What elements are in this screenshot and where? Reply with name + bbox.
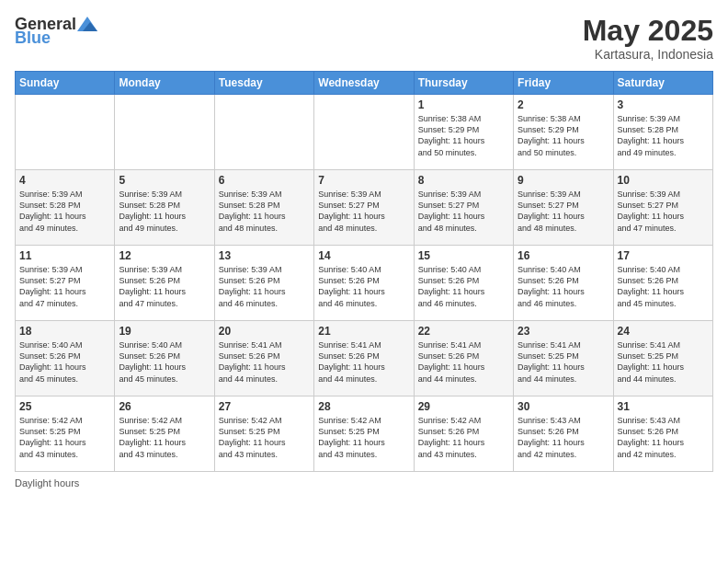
day-number: 13 <box>219 249 310 262</box>
day-info: Sunrise: 5:41 AM Sunset: 5:25 PM Dayligh… <box>518 339 609 385</box>
day-info: Sunrise: 5:39 AM Sunset: 5:26 PM Dayligh… <box>219 264 310 309</box>
day-info: Sunrise: 5:41 AM Sunset: 5:26 PM Dayligh… <box>219 339 310 385</box>
calendar-day-cell: 16Sunrise: 5:40 AM Sunset: 5:26 PM Dayli… <box>514 246 613 321</box>
calendar-day-cell: 26Sunrise: 5:42 AM Sunset: 5:25 PM Dayli… <box>115 396 214 472</box>
day-number: 2 <box>518 98 609 111</box>
calendar-day-cell: 7Sunrise: 5:39 AM Sunset: 5:27 PM Daylig… <box>314 170 414 246</box>
day-info: Sunrise: 5:39 AM Sunset: 5:27 PM Dayligh… <box>19 264 110 309</box>
day-of-week-header: Thursday <box>414 72 513 95</box>
calendar-week-row: 18Sunrise: 5:40 AM Sunset: 5:26 PM Dayli… <box>16 321 713 396</box>
calendar-day-cell: 1Sunrise: 5:38 AM Sunset: 5:29 PM Daylig… <box>414 95 513 170</box>
day-info: Sunrise: 5:40 AM Sunset: 5:26 PM Dayligh… <box>618 264 709 309</box>
day-info: Sunrise: 5:42 AM Sunset: 5:26 PM Dayligh… <box>418 415 509 460</box>
day-number: 17 <box>618 249 709 262</box>
day-info: Sunrise: 5:41 AM Sunset: 5:25 PM Dayligh… <box>618 339 709 385</box>
calendar-day-cell: 20Sunrise: 5:41 AM Sunset: 5:26 PM Dayli… <box>214 321 313 396</box>
day-info: Sunrise: 5:40 AM Sunset: 5:26 PM Dayligh… <box>418 264 509 309</box>
day-number: 28 <box>318 400 409 413</box>
day-number: 19 <box>119 325 210 338</box>
calendar-day-cell: 31Sunrise: 5:43 AM Sunset: 5:26 PM Dayli… <box>613 396 712 472</box>
day-of-week-header: Monday <box>115 72 214 95</box>
calendar-day-cell: 17Sunrise: 5:40 AM Sunset: 5:26 PM Dayli… <box>613 246 712 321</box>
subtitle: Kartasura, Indonesia <box>583 47 713 62</box>
day-number: 23 <box>518 325 609 338</box>
calendar-day-cell: 30Sunrise: 5:43 AM Sunset: 5:26 PM Dayli… <box>514 396 613 472</box>
day-number: 15 <box>418 249 509 262</box>
calendar-day-cell: 11Sunrise: 5:39 AM Sunset: 5:27 PM Dayli… <box>16 246 115 321</box>
calendar-day-cell: 8Sunrise: 5:39 AM Sunset: 5:27 PM Daylig… <box>414 170 513 246</box>
calendar-day-cell: 23Sunrise: 5:41 AM Sunset: 5:25 PM Dayli… <box>514 321 613 396</box>
calendar-day-cell: 5Sunrise: 5:39 AM Sunset: 5:28 PM Daylig… <box>115 170 214 246</box>
day-info: Sunrise: 5:38 AM Sunset: 5:29 PM Dayligh… <box>418 113 509 158</box>
day-info: Sunrise: 5:39 AM Sunset: 5:27 PM Dayligh… <box>418 189 509 234</box>
calendar-day-cell: 25Sunrise: 5:42 AM Sunset: 5:25 PM Dayli… <box>16 396 115 472</box>
calendar-day-cell: 15Sunrise: 5:40 AM Sunset: 5:26 PM Dayli… <box>414 246 513 321</box>
logo-blue: Blue <box>15 29 51 48</box>
day-number: 24 <box>618 325 709 338</box>
day-number: 8 <box>418 174 509 187</box>
day-number: 16 <box>518 249 609 262</box>
calendar-day-cell: 29Sunrise: 5:42 AM Sunset: 5:26 PM Dayli… <box>414 396 513 472</box>
day-of-week-header: Sunday <box>16 72 115 95</box>
month-title: May 2025 <box>583 15 713 47</box>
day-of-week-header: Wednesday <box>314 72 414 95</box>
day-info: Sunrise: 5:40 AM Sunset: 5:26 PM Dayligh… <box>318 264 409 309</box>
day-info: Sunrise: 5:39 AM Sunset: 5:28 PM Dayligh… <box>219 189 310 234</box>
calendar-day-cell: 6Sunrise: 5:39 AM Sunset: 5:28 PM Daylig… <box>214 170 313 246</box>
day-number: 12 <box>119 249 210 262</box>
header: General Blue May 2025 Kartasura, Indones… <box>15 15 713 62</box>
calendar-header-row: SundayMondayTuesdayWednesdayThursdayFrid… <box>16 72 713 95</box>
calendar-week-row: 11Sunrise: 5:39 AM Sunset: 5:27 PM Dayli… <box>16 246 713 321</box>
day-info: Sunrise: 5:43 AM Sunset: 5:26 PM Dayligh… <box>618 415 709 460</box>
day-info: Sunrise: 5:41 AM Sunset: 5:26 PM Dayligh… <box>418 339 509 385</box>
day-number: 21 <box>318 325 409 338</box>
page: General Blue May 2025 Kartasura, Indones… <box>0 0 728 563</box>
day-number: 1 <box>418 98 509 111</box>
day-info: Sunrise: 5:42 AM Sunset: 5:25 PM Dayligh… <box>119 415 210 460</box>
day-info: Sunrise: 5:38 AM Sunset: 5:29 PM Dayligh… <box>518 113 609 158</box>
day-info: Sunrise: 5:42 AM Sunset: 5:25 PM Dayligh… <box>19 415 110 460</box>
day-number: 4 <box>19 174 110 187</box>
day-number: 9 <box>518 174 609 187</box>
calendar-week-row: 4Sunrise: 5:39 AM Sunset: 5:28 PM Daylig… <box>16 170 713 246</box>
day-number: 25 <box>19 400 110 413</box>
calendar-day-cell: 21Sunrise: 5:41 AM Sunset: 5:26 PM Dayli… <box>314 321 414 396</box>
calendar-day-cell: 27Sunrise: 5:42 AM Sunset: 5:25 PM Dayli… <box>214 396 313 472</box>
calendar-day-cell: 24Sunrise: 5:41 AM Sunset: 5:25 PM Dayli… <box>613 321 712 396</box>
calendar-day-cell: 4Sunrise: 5:39 AM Sunset: 5:28 PM Daylig… <box>16 170 115 246</box>
day-info: Sunrise: 5:39 AM Sunset: 5:28 PM Dayligh… <box>119 189 210 234</box>
footer: Daylight hours <box>15 477 713 488</box>
calendar-day-cell: 28Sunrise: 5:42 AM Sunset: 5:25 PM Dayli… <box>314 396 414 472</box>
day-info: Sunrise: 5:39 AM Sunset: 5:28 PM Dayligh… <box>19 189 110 234</box>
calendar-day-cell <box>214 95 313 170</box>
day-number: 3 <box>618 98 709 111</box>
logo-icon <box>77 15 97 33</box>
day-info: Sunrise: 5:43 AM Sunset: 5:26 PM Dayligh… <box>518 415 609 460</box>
day-info: Sunrise: 5:42 AM Sunset: 5:25 PM Dayligh… <box>318 415 409 460</box>
day-of-week-header: Friday <box>514 72 613 95</box>
calendar-day-cell <box>314 95 414 170</box>
calendar-week-row: 25Sunrise: 5:42 AM Sunset: 5:25 PM Dayli… <box>16 396 713 472</box>
day-info: Sunrise: 5:40 AM Sunset: 5:26 PM Dayligh… <box>119 339 210 385</box>
day-info: Sunrise: 5:41 AM Sunset: 5:26 PM Dayligh… <box>318 339 409 385</box>
day-of-week-header: Saturday <box>613 72 712 95</box>
day-number: 29 <box>418 400 509 413</box>
day-number: 30 <box>518 400 609 413</box>
day-info: Sunrise: 5:39 AM Sunset: 5:26 PM Dayligh… <box>119 264 210 309</box>
day-number: 11 <box>19 249 110 262</box>
calendar: SundayMondayTuesdayWednesdayThursdayFrid… <box>15 71 713 472</box>
day-info: Sunrise: 5:39 AM Sunset: 5:27 PM Dayligh… <box>318 189 409 234</box>
calendar-day-cell: 14Sunrise: 5:40 AM Sunset: 5:26 PM Dayli… <box>314 246 414 321</box>
logo: General Blue <box>15 15 97 48</box>
day-number: 7 <box>318 174 409 187</box>
day-info: Sunrise: 5:39 AM Sunset: 5:27 PM Dayligh… <box>518 189 609 234</box>
calendar-day-cell: 2Sunrise: 5:38 AM Sunset: 5:29 PM Daylig… <box>514 95 613 170</box>
calendar-day-cell: 3Sunrise: 5:39 AM Sunset: 5:28 PM Daylig… <box>613 95 712 170</box>
day-number: 27 <box>219 400 310 413</box>
day-number: 6 <box>219 174 310 187</box>
day-info: Sunrise: 5:39 AM Sunset: 5:28 PM Dayligh… <box>618 113 709 158</box>
daylight-hours-label: Daylight hours <box>15 477 79 488</box>
calendar-day-cell: 22Sunrise: 5:41 AM Sunset: 5:26 PM Dayli… <box>414 321 513 396</box>
day-number: 10 <box>618 174 709 187</box>
day-number: 18 <box>19 325 110 338</box>
